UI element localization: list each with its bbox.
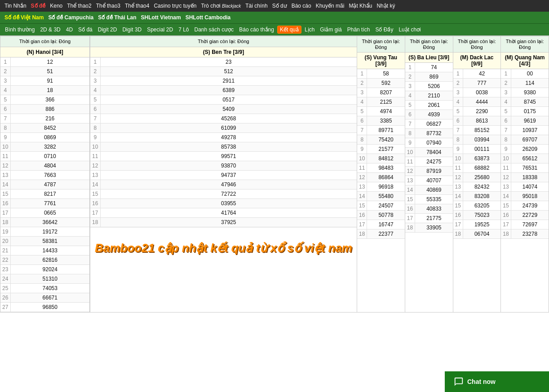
table-row: 1394737 (90, 171, 357, 180)
nav-casino[interactable]: Casino trực tuyến (152, 2, 198, 10)
nav-giamgia[interactable]: Giảm giá (318, 26, 344, 34)
table-row: 1806704 (453, 229, 501, 239)
nav-thai[interactable]: Số đề Thái Lan (96, 13, 138, 22)
table-row: 2512 (90, 67, 357, 76)
table-row: 110710 (0, 152, 89, 161)
table-row: 1063873 (453, 154, 501, 163)
dacklac-table: 1422777300384444452290686137851528039949… (453, 69, 501, 239)
nav-matkhau[interactable]: Mật Khẩu (347, 2, 374, 10)
nav-baocaothang[interactable]: Báo cáo thắng (237, 26, 276, 34)
table-row: 1314074 (501, 182, 549, 192)
table-row: 1719525 (453, 220, 501, 229)
nav-soday[interactable]: Số Đầy (373, 26, 395, 34)
nav-tin-nhan[interactable]: Tin Nhắn (3, 2, 28, 10)
vungtau-time: Thời gian còn lại: Đóng (357, 36, 405, 53)
table-row: 1078404 (405, 148, 453, 157)
nav-campu[interactable]: Số đề Campuchia (46, 13, 95, 22)
nav-phantich[interactable]: Phân tích (345, 26, 372, 34)
table-row: 869707 (501, 135, 549, 145)
table-row: 50517 (90, 95, 357, 105)
table-row: 1563205 (453, 201, 501, 211)
quangnam-table: 1002114393804874550175696197109378697079… (501, 69, 549, 239)
balieu-time: Thời gian còn lại: Đóng (405, 36, 453, 53)
nav-thethao4[interactable]: Thể thao4 (123, 2, 151, 10)
table-row: 174 (405, 63, 453, 72)
balieu-table: 1742869352064211052061649397068278877329… (405, 63, 453, 233)
table-row: 1396918 (357, 182, 405, 192)
table-row: 418 (0, 86, 89, 95)
table-row: 1440869 (405, 185, 453, 195)
table-row: 144787 (0, 180, 89, 189)
nav-luatchoi[interactable]: Luật chơi (396, 26, 423, 34)
table-row: 112 (0, 57, 89, 67)
vungtau-title: (S) Vung Tau [3/9] (357, 53, 405, 69)
col-balieu: Thời gian còn lại: Đóng (S) Ba Lieu [3/9… (405, 36, 453, 313)
table-row: 785152 (453, 126, 501, 135)
col-quangnam: Thời gian còn lại: Đóng (M) Quang Nam [4… (501, 36, 549, 313)
results-container: Thời gian còn lại: Đóng (N) Hanoi [3/4] … (0, 35, 549, 313)
nav-2d3d[interactable]: 2D & 3D (38, 26, 62, 34)
table-row: 2114433 (0, 246, 89, 255)
table-row: 48745 (501, 97, 549, 107)
col-hanoi: Thời gian còn lại: Đóng (N) Hanoi [3/4] … (0, 36, 90, 313)
promo-area: Bamboo21 cập nhật kết quả từ xổ số việt … (90, 227, 357, 269)
nav-baocao[interactable]: Báo cáo (290, 2, 313, 10)
nav-sodu[interactable]: Số dư (270, 2, 289, 10)
table-row: 46389 (90, 86, 357, 95)
table-row: 2451310 (0, 274, 89, 284)
nav-khuyenmai[interactable]: Khuyến mãi (314, 2, 346, 10)
table-row: 1650778 (357, 211, 405, 220)
table-row: 706827 (405, 119, 453, 129)
table-row: 861099 (90, 123, 357, 133)
table-row: 789771 (357, 126, 405, 135)
table-row: 100 (501, 69, 549, 79)
nav-blackjack[interactable]: Trò chơi Blackjack (199, 2, 243, 10)
table-row: 803994 (453, 135, 501, 145)
hanoi-time: Thời gian còn lại: Đóng (0, 36, 89, 47)
nav-soda[interactable]: Số đá (76, 26, 95, 34)
nav-sub: Bình thường 2D & 3D 4D Số đá Digit 2D Di… (0, 23, 549, 35)
nav-digit3d[interactable]: Digit 3D (120, 26, 144, 34)
nav-top: Tin Nhắn Số đề Keno Thể thao2 Thể thao3 … (0, 0, 549, 12)
nav-taichinh[interactable]: Tài chính (244, 2, 269, 10)
nav-danhsach[interactable]: Danh sách cược (192, 26, 236, 34)
nav-lich[interactable]: Lịch (302, 26, 317, 34)
table-row: 921577 (357, 145, 405, 154)
quangnam-time: Thời gian còn lại: Đóng (501, 36, 549, 53)
table-row: 124804 (0, 161, 89, 171)
table-row: 1772697 (501, 220, 549, 229)
quangnam-title: (M) Quang Nam [4/3] (501, 53, 549, 69)
balieu-title: (S) Ba Lieu [3/9] (405, 53, 453, 63)
table-row: 50175 (501, 107, 549, 116)
table-row: 54974 (357, 107, 405, 116)
nav-shlott-camb[interactable]: SHLott Cambodia (184, 13, 233, 22)
nav-shlott-vn[interactable]: SHLott Vietnam (139, 13, 183, 22)
table-row: 1085738 (90, 142, 357, 152)
table-row: 2869 (405, 72, 453, 82)
table-row: 1084812 (357, 154, 405, 163)
nav-7lo[interactable]: 7 Lô (176, 26, 191, 34)
nav-ketqua[interactable]: Kết quả (277, 26, 301, 34)
table-row: 1124275 (405, 157, 453, 167)
table-row: 103282 (0, 142, 89, 152)
nav-thethao2[interactable]: Thể thao2 (65, 2, 93, 10)
nav-nhatky[interactable]: Nhật ký (375, 2, 397, 10)
table-row: 1675023 (453, 211, 501, 220)
nav-4d[interactable]: 4D (64, 26, 75, 34)
table-row: 710937 (501, 126, 549, 135)
nav-so-de[interactable]: Số đề (29, 2, 48, 10)
nav-thethao3[interactable]: Thể thao3 (94, 2, 122, 10)
table-row: 142 (453, 69, 501, 79)
table-row: 65409 (90, 105, 357, 114)
nav-keno[interactable]: Keno (48, 2, 64, 10)
table-row: 123 (90, 57, 357, 67)
nav-digit2d[interactable]: Digit 2D (96, 26, 120, 34)
nav-vn[interactable]: Số đề Việt Nam (3, 13, 45, 22)
nav-special2d[interactable]: Special 2D (145, 26, 175, 34)
table-row: 745268 (90, 114, 357, 123)
col-vungtau: Thời gian còn lại: Đóng (S) Vung Tau [3/… (357, 36, 405, 313)
nav-binhthuong[interactable]: Bình thường (3, 26, 37, 34)
table-row: 64939 (405, 110, 453, 119)
table-row: 38207 (357, 88, 405, 97)
promo-text: Bamboo21 cập nhật kết quả từ xổ số việt … (95, 241, 352, 255)
